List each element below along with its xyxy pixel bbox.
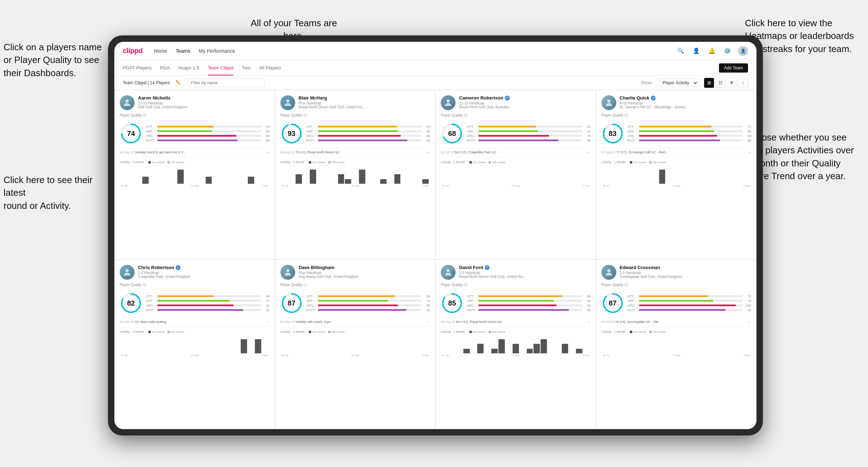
show-select[interactable]: Player Activity (658, 79, 698, 87)
chart-labels: 31 Jul 21 Aug 4 Sep (120, 354, 270, 357)
verified-badge: ✓ (176, 265, 181, 270)
player-info: Dave Billingham Plus Handicap Sag Maing … (299, 265, 430, 279)
legend-offcourse: Off course (649, 330, 666, 334)
activity-title: Activity · 1 Month (280, 330, 305, 334)
chart-label-end: 4 Sep (262, 354, 268, 357)
verified-badge: ✓ (505, 96, 510, 101)
quality-circle[interactable]: 85 (441, 292, 463, 314)
player-avatar (441, 265, 456, 280)
grid-view-icon[interactable]: ⊞ (704, 78, 714, 88)
nav-link-home[interactable]: Home (154, 47, 167, 55)
activity-chart (601, 166, 752, 184)
quality-section: 82 OTT 60 APP 77 ARG 81 PUTT 91 (120, 292, 270, 314)
settings-icon[interactable]: ⚙️ (723, 46, 732, 56)
player-info: David Ford ✓ 1-5 Handicap Royal North De… (459, 265, 591, 279)
offcourse-dot (649, 161, 652, 164)
player-handicap: 11-15 Handicap (459, 101, 591, 105)
quality-circle[interactable]: 87 (601, 292, 624, 314)
quality-bars: OTT 89 APP 80 ARG 83 PUTT 96 (467, 295, 591, 312)
latest-round-text: 19 Jul 23 74 (+4), Sunningdale GC - Old (601, 320, 658, 324)
quality-section: 74 OTT 60 APP 58 ARG 84 PUTT 85 (120, 122, 270, 145)
player-card[interactable]: Aaron Nicholls 11-15 Handicap Drift Golf… (114, 90, 275, 260)
player-card[interactable]: Charlie Quick ✓ 6-10 Handicap St. George… (596, 90, 757, 260)
player-name[interactable]: Aaron Nicholls (138, 95, 270, 101)
latest-round[interactable]: 02 Sep 23 Sunday round to get back into … (120, 148, 270, 154)
player-card[interactable]: Dave Billingham Plus Handicap Sag Maing … (275, 260, 436, 429)
quality-circle[interactable]: 74 (120, 122, 142, 145)
activity-chart (120, 336, 270, 353)
edit-icon[interactable]: ✏️ (176, 80, 181, 85)
tab-pga[interactable]: PGA (160, 60, 170, 75)
activity-header: Activity · 1 Month On course Off course (280, 330, 430, 334)
player-club: Drift Golf Club, United Kingdom (138, 105, 270, 109)
avatar[interactable]: 👤 (738, 46, 748, 56)
player-avatar (441, 95, 456, 110)
sort-icon[interactable]: ↕ (738, 78, 748, 88)
chart-label-mid: 21 Aug (512, 184, 520, 187)
quality-circle[interactable]: 93 (280, 122, 303, 145)
activity-title: Activity · 1 Month (601, 330, 626, 334)
player-card[interactable]: Cameron Robertson ✓ 11-15 Handicap Royal… (435, 90, 596, 260)
player-card[interactable]: David Ford ✓ 1-5 Handicap Royal North De… (435, 260, 596, 429)
player-name[interactable]: Blair McHarg (299, 95, 430, 101)
player-name[interactable]: Charlie Quick ✓ (620, 95, 752, 101)
quality-circle[interactable]: 68 (441, 122, 463, 145)
activity-section: Activity · 1 Month On course Off course … (601, 327, 752, 357)
latest-round[interactable]: 26 Aug 23 73 (+1), Royal North Devon GC … (280, 148, 430, 154)
search-icon[interactable]: 🔍 (676, 46, 686, 56)
activity-header: Activity · 1 Month On course Off course (280, 160, 430, 164)
tab-pgat[interactable]: PGAT Players (123, 60, 152, 75)
legend-offcourse: Off course (489, 161, 505, 164)
subnav: PGAT Players PGA Hcaps 1-5 Team Clippd T… (114, 60, 756, 76)
player-card[interactable]: Blair McHarg Plus Handicap Royal North D… (275, 90, 436, 260)
activity-title: Activity · 1 Month (441, 160, 465, 164)
quality-circle[interactable]: 83 (601, 122, 624, 145)
subnav-tabs: PGAT Players PGA Hcaps 1-5 Team Clippd T… (123, 60, 281, 75)
add-team-button[interactable]: Add Team (719, 63, 748, 73)
latest-round[interactable]: 26 Aug 23 84 (+12), Royal North Devon GC… (441, 317, 591, 324)
activity-title: Activity · 1 Month (120, 330, 144, 334)
filter-icon[interactable]: ▼ (727, 78, 737, 88)
legend-oncourse: On course (469, 330, 486, 334)
profile-icon[interactable]: 👤 (691, 46, 701, 56)
quality-circle[interactable]: 82 (120, 292, 142, 314)
annotation-latest-round: Click here to see their latest round or … (4, 173, 110, 212)
latest-round[interactable]: 04 Sep 23 Mobility with coach, Gym → (280, 317, 430, 324)
player-name[interactable]: David Ford ✓ (459, 265, 591, 270)
nav-link-performance[interactable]: My Performance (199, 47, 235, 55)
chart-label-mid: 21 Aug (191, 184, 199, 187)
player-card[interactable]: Edward Crossman 1-5 Handicap Sunningdale… (596, 260, 757, 429)
latest-round[interactable]: 03 Mar 23 19, Must make putting → (120, 317, 270, 324)
bell-icon[interactable]: 🔔 (707, 46, 717, 56)
quality-circle[interactable]: 87 (280, 292, 303, 314)
latest-round-text: 07 Aug 23 77 (+7), St George's Hill GC -… (601, 150, 668, 154)
player-handicap: 1-5 Handicap (459, 271, 591, 275)
player-card[interactable]: Chris Robertson ✓ 1-5 Handicap Craigmill… (114, 260, 275, 429)
player-name[interactable]: Edward Crossman (620, 265, 752, 270)
tab-team-clippd[interactable]: Team Clippd (208, 60, 233, 75)
legend-oncourse: On course (148, 330, 165, 334)
player-name[interactable]: Dave Billingham (299, 265, 430, 270)
team-search-input[interactable] (187, 79, 265, 87)
list-view-icon[interactable]: ⊟ (715, 78, 725, 88)
player-name[interactable]: Chris Robertson ✓ (138, 265, 270, 270)
legend-oncourse: On course (469, 161, 486, 164)
chart-label-mid: 21 Aug (352, 354, 359, 357)
latest-round[interactable]: 19 Jul 23 74 (+4), Sunningdale GC - Old … (601, 317, 752, 324)
nav-icons: 🔍 👤 🔔 ⚙️ 👤 (676, 46, 748, 56)
activity-chart (441, 336, 591, 353)
oncourse-label: On course (633, 330, 646, 334)
tab-hcaps[interactable]: Hcaps 1-5 (178, 60, 199, 75)
tab-all-players[interactable]: All Players (259, 60, 281, 75)
tab-tour[interactable]: Tour (242, 60, 251, 75)
chart-label-mid: 21 Aug (352, 184, 359, 187)
activity-chart (280, 166, 430, 184)
quality-bars: OTT 73 APP 79 ARG 103 PUTT 92 (628, 295, 752, 312)
latest-round[interactable]: 02 Jul 23 59 (+17), Craigmillar Park GC … (441, 148, 591, 154)
activity-section: Activity · 1 Month On course Off course … (441, 327, 591, 357)
oncourse-dot (469, 161, 472, 164)
nav-link-teams[interactable]: Teams (176, 47, 190, 55)
player-name[interactable]: Cameron Robertson ✓ (459, 95, 591, 101)
svg-point-19 (446, 269, 450, 272)
latest-round[interactable]: 07 Aug 23 77 (+7), St George's Hill GC -… (601, 148, 752, 154)
